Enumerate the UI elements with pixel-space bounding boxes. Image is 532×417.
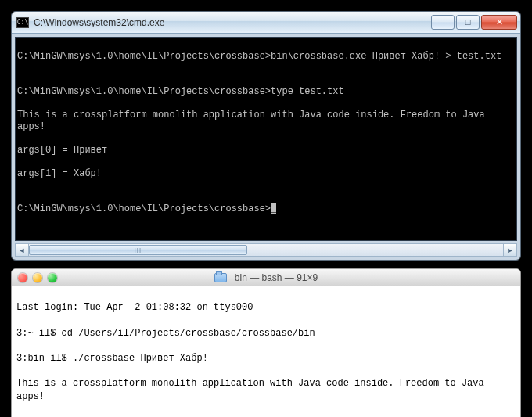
terminal-line: C:\MinGW\msys\1.0\home\IL\Projects\cross…	[17, 51, 512, 63]
terminal-line: This is a crossplatform monolith applica…	[16, 377, 516, 402]
windows-titlebar[interactable]: C:\ C:\Windows\system32\cmd.exe — □ ✕	[12, 12, 520, 34]
windows-title: C:\Windows\system32\cmd.exe	[34, 18, 431, 27]
scrollbar-thumb[interactable]: |||	[29, 245, 247, 255]
horizontal-scrollbar[interactable]: ◄ ||| ►	[15, 243, 517, 257]
scrollbar-track[interactable]: |||	[29, 244, 503, 256]
scroll-right-icon[interactable]: ►	[503, 244, 516, 256]
terminal-line: C:\MinGW\msys\1.0\home\IL\Projects\cross…	[17, 86, 512, 98]
windows-terminal[interactable]: C:\MinGW\msys\1.0\home\IL\Projects\cross…	[15, 37, 517, 241]
folder-icon	[214, 273, 227, 282]
scroll-left-icon[interactable]: ◄	[16, 244, 29, 256]
terminal-line: 3:~ il$ cd /Users/il/Projects/crossbase/…	[16, 327, 516, 340]
minimize-button[interactable]: —	[431, 15, 455, 30]
terminal-prompt-line: C:\MinGW\msys\1.0\home\IL\Projects\cross…	[17, 203, 512, 215]
windows-terminal-frame: C:\MinGW\msys\1.0\home\IL\Projects\cross…	[12, 34, 520, 260]
mac-titlebar[interactable]: bin — bash — 91×9	[12, 269, 520, 286]
prompt: C:\MinGW\msys\1.0\home\IL\Projects\cross…	[17, 203, 271, 214]
mac-terminal-window: bin — bash — 91×9 Last login: Tue Apr 2 …	[11, 268, 521, 417]
mac-title: bin — bash — 91×9	[235, 273, 318, 282]
cursor-icon: _	[271, 203, 276, 214]
terminal-line: Last login: Tue Apr 2 01:08:32 on ttys00…	[16, 301, 516, 314]
terminal-line: 3:bin il$ ./crossbase Привет Хабр!	[16, 352, 516, 365]
terminal-line: This is a crossplatform monolith applica…	[17, 110, 512, 133]
terminal-line: args[1] = Хабр!	[17, 168, 512, 180]
terminal-line: args[0] = Привет	[17, 145, 512, 156]
maximize-button[interactable]: □	[456, 15, 480, 30]
mac-terminal[interactable]: Last login: Tue Apr 2 01:08:32 on ttys00…	[12, 286, 520, 417]
close-button[interactable]: ✕	[481, 15, 517, 30]
windows-cmd-window: C:\ C:\Windows\system32\cmd.exe — □ ✕ C:…	[11, 11, 521, 261]
cmd-app-icon: C:\	[16, 17, 29, 28]
